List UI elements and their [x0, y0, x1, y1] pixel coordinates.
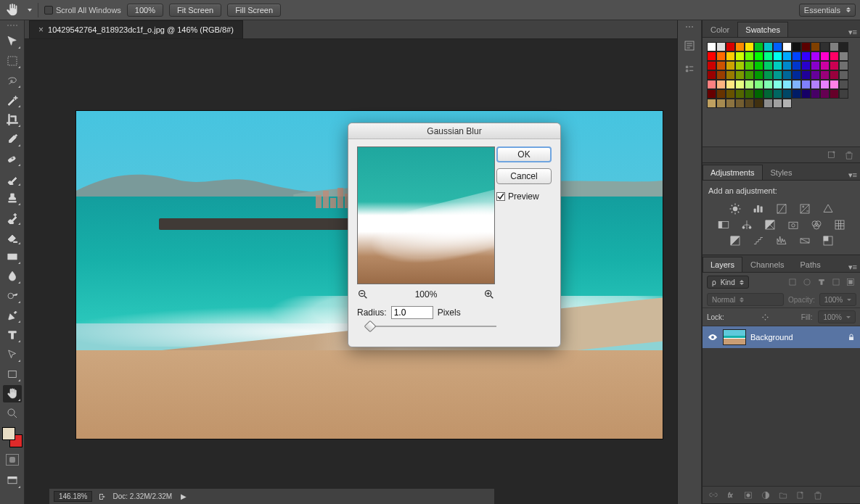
- swatch[interactable]: [773, 42, 782, 51]
- swatch[interactable]: [839, 51, 848, 61]
- swatch[interactable]: [745, 89, 754, 99]
- delete-icon[interactable]: [844, 150, 854, 160]
- swatch[interactable]: [763, 80, 773, 89]
- hand-tool-icon[interactable]: [4, 2, 20, 18]
- swatch[interactable]: [754, 99, 763, 108]
- layer-item-background[interactable]: Background: [703, 326, 860, 348]
- swatch[interactable]: [811, 70, 820, 80]
- tab-paths[interactable]: Paths: [793, 257, 829, 272]
- swatch[interactable]: [754, 80, 763, 89]
- swatch-grid[interactable]: [707, 42, 856, 108]
- swatch[interactable]: [830, 89, 839, 99]
- quick-mask-icon[interactable]: [6, 454, 19, 466]
- curves-icon[interactable]: [774, 202, 789, 215]
- ok-button[interactable]: OK: [496, 146, 552, 162]
- canvas-viewport[interactable]: Gaussian Blur 100% Radius: Pixels: [25, 39, 677, 504]
- fill-input[interactable]: 100%: [818, 310, 856, 323]
- threshold-icon[interactable]: [774, 234, 789, 247]
- swatch[interactable]: [726, 70, 735, 80]
- panel-menu-icon[interactable]: ▾≡: [848, 263, 857, 272]
- vibrance-icon[interactable]: [821, 202, 835, 215]
- swatch[interactable]: [820, 70, 830, 80]
- swatch[interactable]: [782, 89, 792, 99]
- swatch[interactable]: [707, 99, 716, 108]
- new-fill-layer-icon[interactable]: [761, 490, 771, 500]
- swatch[interactable]: [726, 80, 735, 89]
- status-menu-icon[interactable]: ▶: [181, 492, 187, 500]
- opacity-input[interactable]: 100%: [819, 293, 857, 306]
- channel-mixer-icon[interactable]: [809, 218, 824, 231]
- pen-tool-icon[interactable]: [3, 307, 22, 324]
- swatch[interactable]: [735, 61, 745, 70]
- color-lookup-icon[interactable]: [832, 218, 847, 231]
- delete-layer-icon[interactable]: [813, 490, 823, 500]
- swatch[interactable]: [745, 61, 754, 70]
- swatch[interactable]: [745, 42, 754, 51]
- swatch[interactable]: [773, 89, 782, 99]
- layer-style-icon[interactable]: fx: [726, 490, 736, 500]
- swatch[interactable]: [745, 51, 754, 61]
- link-layers-icon[interactable]: [708, 490, 718, 500]
- cancel-button[interactable]: Cancel: [496, 168, 552, 184]
- swatch[interactable]: [830, 61, 839, 70]
- invert-icon[interactable]: [728, 234, 742, 247]
- tab-color[interactable]: Color: [703, 22, 737, 37]
- panel-menu-icon[interactable]: ▾≡: [848, 28, 857, 37]
- screen-mode-icon[interactable]: [3, 472, 22, 489]
- levels-icon[interactable]: [751, 202, 766, 215]
- swatch[interactable]: [745, 70, 754, 80]
- swatch[interactable]: [773, 80, 782, 89]
- swatch[interactable]: [782, 80, 792, 89]
- tab-layers[interactable]: Layers: [703, 257, 742, 272]
- swatch[interactable]: [792, 51, 801, 61]
- swatch[interactable]: [811, 80, 820, 89]
- swatch[interactable]: [716, 42, 726, 51]
- swatch[interactable]: [763, 70, 773, 80]
- filter-type-icon[interactable]: [816, 277, 827, 287]
- swatch[interactable]: [820, 80, 830, 89]
- gradient-tool-icon[interactable]: [3, 248, 22, 265]
- swatch[interactable]: [754, 42, 763, 51]
- move-tool-icon[interactable]: [3, 33, 22, 50]
- swatch[interactable]: [726, 61, 735, 70]
- photo-filter-icon[interactable]: [786, 218, 800, 231]
- swatch[interactable]: [792, 80, 801, 89]
- swatch[interactable]: [726, 51, 735, 61]
- swatch[interactable]: [763, 51, 773, 61]
- swatch[interactable]: [811, 89, 820, 99]
- workspace-selector[interactable]: Essentials: [799, 4, 856, 17]
- panel-grip-icon[interactable]: [683, 26, 696, 30]
- posterize-icon[interactable]: [751, 234, 766, 247]
- swatch[interactable]: [745, 99, 754, 108]
- swatch[interactable]: [754, 51, 763, 61]
- eraser-tool-icon[interactable]: [3, 228, 22, 246]
- swatch[interactable]: [773, 51, 782, 61]
- gradient-map-icon[interactable]: [798, 234, 812, 247]
- color-balance-icon[interactable]: [740, 218, 754, 231]
- swatch[interactable]: [820, 89, 830, 99]
- swatch[interactable]: [811, 42, 820, 51]
- tab-styles[interactable]: Styles: [763, 165, 800, 180]
- swatch[interactable]: [839, 42, 848, 51]
- tab-channels[interactable]: Channels: [742, 257, 792, 272]
- swatch[interactable]: [792, 70, 801, 80]
- fit-screen-button[interactable]: Fit Screen: [169, 4, 221, 17]
- swatch[interactable]: [763, 61, 773, 70]
- dodge-tool-icon[interactable]: [3, 287, 22, 305]
- swatch[interactable]: [782, 70, 792, 80]
- brush-tool-icon[interactable]: [3, 170, 22, 187]
- swatch[interactable]: [839, 70, 848, 80]
- filter-pixel-icon[interactable]: [787, 277, 798, 287]
- swatch[interactable]: [782, 99, 792, 108]
- history-brush-tool-icon[interactable]: [3, 209, 22, 226]
- swatch[interactable]: [811, 51, 820, 61]
- swatch[interactable]: [716, 70, 726, 80]
- swatch[interactable]: [745, 80, 754, 89]
- swatch[interactable]: [726, 99, 735, 108]
- new-layer-icon[interactable]: [795, 490, 806, 500]
- layer-filter-kind[interactable]: ρKind: [707, 276, 749, 289]
- fill-screen-button[interactable]: Fill Screen: [227, 4, 281, 17]
- lock-transparent-icon[interactable]: [730, 313, 740, 322]
- zoom-out-icon[interactable]: [357, 289, 369, 300]
- swatch[interactable]: [707, 80, 716, 89]
